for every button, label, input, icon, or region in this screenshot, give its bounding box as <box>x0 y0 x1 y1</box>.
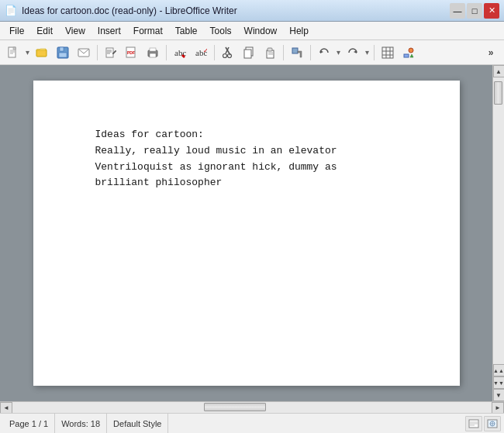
undo-button[interactable] <box>314 43 334 63</box>
doc-line-1: Ideas for cartoon: <box>95 127 398 143</box>
svg-rect-7 <box>60 47 64 51</box>
menu-edit[interactable]: Edit <box>30 23 59 39</box>
menu-tools[interactable]: Tools <box>204 23 238 39</box>
title-bar: 📄 Ideas for cartoon.doc (read-only) - Li… <box>0 0 504 22</box>
toolbar-sep-6 <box>374 45 375 60</box>
content-area: Ideas for cartoon: Really, really loud m… <box>0 65 504 413</box>
svg-rect-5 <box>36 50 47 57</box>
new-dropdown[interactable]: ▾ <box>24 46 31 58</box>
export-pdf-button[interactable]: PDF <box>122 43 142 63</box>
svg-marker-34 <box>354 50 357 53</box>
document-content: Ideas for cartoon: Really, really loud m… <box>95 127 398 191</box>
save-button[interactable] <box>53 43 73 63</box>
word-count: Words: 18 <box>55 414 107 433</box>
svg-rect-32 <box>292 48 298 53</box>
maximize-button[interactable]: □ <box>467 3 482 19</box>
menu-window[interactable]: Window <box>238 23 284 39</box>
scroll-down-button[interactable]: ▼ <box>493 389 505 401</box>
svg-rect-17 <box>150 53 156 57</box>
doc-line-2: Really, really loud music in an elevator <box>95 143 398 160</box>
svg-marker-42 <box>410 54 413 57</box>
svg-rect-29 <box>268 48 272 51</box>
svg-text:✓: ✓ <box>203 47 207 54</box>
svg-text:PDF: PDF <box>127 50 135 55</box>
menu-view[interactable]: View <box>59 23 91 39</box>
toolbar-sep-3 <box>214 45 215 60</box>
menu-file[interactable]: File <box>3 23 30 39</box>
svg-rect-8 <box>59 53 67 57</box>
scroll-thumb-vertical[interactable] <box>494 81 502 105</box>
toolbar-sep-2 <box>166 45 167 60</box>
status-view-buttons <box>465 416 501 431</box>
document-scroll-area[interactable]: Ideas for cartoon: Really, really loud m… <box>0 65 492 401</box>
vertical-scrollbar[interactable]: ▲ ▲▲ ▼▼ ▼ <box>492 65 504 401</box>
window-title: Ideas for cartoon.doc (read-only) - Libr… <box>22 5 237 16</box>
svg-marker-33 <box>320 50 323 53</box>
toolbar-sep-4 <box>283 45 284 60</box>
scroll-page-up-button[interactable]: ▲▲ <box>493 364 505 376</box>
svg-rect-35 <box>382 47 393 58</box>
spellcheck-button[interactable]: abc <box>170 43 190 63</box>
new-button[interactable] <box>3 43 23 63</box>
svg-point-24 <box>223 53 227 57</box>
app-icon: 📄 <box>5 5 17 17</box>
svg-rect-27 <box>244 50 251 58</box>
status-bar: Page 1 / 1 Words: 18 Default Style <box>0 413 504 433</box>
toolbar-sep-1 <box>97 45 98 60</box>
doc-line-3: Ventriloquist as ignorant hick, dummy as… <box>95 160 398 192</box>
scroll-left-button[interactable]: ◄ <box>0 402 12 414</box>
redo-dropdown[interactable]: ▾ <box>364 46 371 58</box>
document-page: Ideas for cartoon: Really, really loud m… <box>33 81 460 386</box>
tables-button[interactable] <box>378 43 398 63</box>
main-toolbar: ▾ PDF abc abc✓ ▾ ▾ <box>0 40 504 65</box>
scroll-up-button[interactable]: ▲ <box>493 65 505 77</box>
toolbar-sep-5 <box>310 45 311 60</box>
page-count: Page 1 / 1 <box>3 414 55 433</box>
toolbar-expand-button[interactable]: » <box>481 43 501 63</box>
menu-format[interactable]: Format <box>127 23 169 39</box>
menu-bar: File Edit View Insert Format Table Tools… <box>0 22 504 40</box>
title-bar-left: 📄 Ideas for cartoon.doc (read-only) - Li… <box>5 5 237 17</box>
open-button[interactable] <box>32 43 52 63</box>
menu-table[interactable]: Table <box>169 23 204 39</box>
redo-button[interactable] <box>343 43 363 63</box>
scroll-track-horizontal[interactable] <box>12 402 492 413</box>
scroll-page-down-button[interactable]: ▼▼ <box>493 376 505 389</box>
format-paint-button[interactable] <box>287 43 307 63</box>
minimize-button[interactable]: — <box>450 3 465 19</box>
edit-mode-button[interactable] <box>101 43 121 63</box>
close-button[interactable]: ✕ <box>484 3 499 19</box>
menu-help[interactable]: Help <box>283 23 315 39</box>
svg-marker-1 <box>13 47 16 50</box>
view-normal-button[interactable] <box>465 416 482 431</box>
undo-dropdown[interactable]: ▾ <box>335 46 342 58</box>
scroll-thumb-horizontal[interactable] <box>204 403 266 411</box>
scroll-track-vertical[interactable] <box>493 77 504 364</box>
svg-rect-18 <box>150 48 156 51</box>
svg-rect-40 <box>404 54 409 57</box>
scroll-arrows-bottom: ▲▲ ▼▼ ▼ <box>493 364 505 401</box>
view-web-button[interactable] <box>484 416 501 431</box>
show-draw-button[interactable] <box>399 43 419 63</box>
autocorrect-button[interactable]: abc✓ <box>191 43 211 63</box>
horizontal-scrollbar[interactable]: ◄ ► <box>0 401 504 413</box>
print-button[interactable] <box>143 43 163 63</box>
document-viewport: Ideas for cartoon: Really, really loud m… <box>0 65 504 401</box>
svg-point-41 <box>409 48 413 53</box>
window-controls: — □ ✕ <box>450 3 499 19</box>
paste-button[interactable] <box>260 43 280 63</box>
email-button[interactable] <box>74 43 94 63</box>
scroll-right-button[interactable]: ► <box>492 402 504 414</box>
page-style: Default Style <box>107 414 168 433</box>
copy-button[interactable] <box>239 43 259 63</box>
cut-button[interactable] <box>218 43 238 63</box>
menu-insert[interactable]: Insert <box>91 23 127 39</box>
svg-rect-10 <box>106 48 113 57</box>
